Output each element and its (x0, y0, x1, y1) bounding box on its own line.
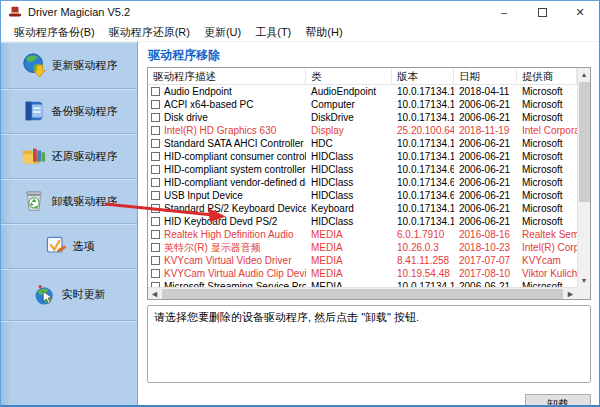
scroll-right-icon[interactable]: ► (564, 289, 577, 299)
scroll-down-icon[interactable]: ▼ (578, 274, 591, 287)
horizontal-scrollbar[interactable]: ◄ ► (148, 287, 577, 299)
driver-class: HIDClass (306, 150, 392, 163)
row-checkbox[interactable] (151, 113, 160, 122)
menu-driver-restore[interactable]: 驱动程序还原(R) (102, 23, 197, 42)
menu-update[interactable]: 更新(U) (197, 23, 248, 42)
page-title: 驱动程序移除 (148, 47, 591, 64)
table-row[interactable]: USB Input Device HIDClass 10.0.17134.6..… (148, 189, 577, 202)
driver-class: DiskDrive (306, 111, 392, 124)
sidebar-item-label: 实时更新 (62, 287, 106, 302)
driver-version: 10.26.0.3 (392, 241, 454, 254)
column-header-description[interactable]: 驱动程序描述 (148, 68, 306, 84)
hscroll-thumb[interactable] (162, 289, 563, 299)
driver-description: Realtek High Definition Audio (164, 228, 294, 241)
column-header-provider[interactable]: 提供商 (517, 68, 577, 84)
row-checkbox[interactable] (151, 126, 160, 135)
driver-provider: Microsoft (517, 163, 577, 176)
driver-date: 2018-04-11 (454, 85, 517, 98)
driver-date: 2006-06-21 (454, 176, 517, 189)
driver-description: HID-compliant system controller (164, 163, 306, 176)
table-row[interactable]: HID Keyboard Devd PS/2 HIDClass 10.0.171… (148, 215, 577, 228)
driver-list-header: 驱动程序描述 类 版本 日期 提供商 (148, 68, 590, 85)
driver-class: MEDIA (306, 280, 392, 287)
row-checkbox[interactable] (151, 230, 160, 239)
sidebar: 更新驱动程序 备份驱动程序 (1, 42, 138, 406)
sidebar-item-backup-drivers[interactable]: 备份驱动程序 (1, 89, 137, 134)
table-row[interactable]: Audio Endpoint AudioEndpoint 10.0.17134.… (148, 85, 577, 98)
row-checkbox[interactable] (151, 204, 160, 213)
driver-date: 2017-07-07 (454, 254, 517, 267)
close-button[interactable]: ✕ (561, 1, 599, 23)
driver-provider: Microsoft (517, 85, 577, 98)
menu-driver-backup[interactable]: 驱动程序备份(B) (7, 23, 102, 42)
row-checkbox[interactable] (151, 139, 160, 148)
sidebar-item-update-drivers[interactable]: 更新驱动程序 (1, 42, 137, 89)
row-checkbox[interactable] (151, 191, 160, 200)
table-row[interactable]: Microsoft Streaming Service Proxy MEDIA … (148, 280, 577, 287)
column-header-class[interactable]: 类 (306, 68, 392, 84)
table-row[interactable]: HID-compliant system controller HIDClass… (148, 163, 577, 176)
vertical-scrollbar[interactable]: ▲ ▼ (577, 68, 590, 287)
row-checkbox[interactable] (151, 256, 160, 265)
table-row[interactable]: KVYcam Virtual Video Driver MEDIA 8.41.1… (148, 254, 577, 267)
row-checkbox[interactable] (151, 87, 160, 96)
table-row[interactable]: Intel(R) HD Graphics 630 Display 25.20.1… (148, 124, 577, 137)
driver-date: 2006-06-21 (454, 215, 517, 228)
uninstall-button[interactable]: 卸载 (525, 394, 591, 407)
table-row[interactable]: Standard PS/2 Keyboard Device Keyboard 1… (148, 202, 577, 215)
sidebar-item-label: 还原驱动程序 (52, 149, 118, 164)
table-row[interactable]: Disk drive DiskDrive 10.0.17134.1 2006-0… (148, 111, 577, 124)
table-row[interactable]: HID-compliant vendor-defined device HIDC… (148, 176, 577, 189)
driver-description: 英特尔(R) 显示器音频 (164, 241, 261, 254)
driver-class: HDC (306, 137, 392, 150)
sidebar-item-restore-drivers[interactable]: 还原驱动程序 (1, 134, 137, 179)
table-row[interactable]: HID-compliant consumer control device HI… (148, 150, 577, 163)
driver-description: HID-compliant vendor-defined device (164, 176, 306, 189)
app-logo-magician-hat-icon (8, 5, 22, 19)
options-check-icon (44, 234, 68, 258)
driver-provider: Intel Corporation (517, 124, 577, 137)
table-row[interactable]: ACPI x64-based PC Computer 10.0.17134.1 … (148, 98, 577, 111)
table-row[interactable]: Standard SATA AHCI Controller HDC 10.0.1… (148, 137, 577, 150)
driver-date: 2018-10-23 (454, 241, 517, 254)
driver-class: MEDIA (306, 254, 392, 267)
row-checkbox[interactable] (151, 100, 160, 109)
row-checkbox[interactable] (151, 165, 160, 174)
row-checkbox[interactable] (151, 217, 160, 226)
sidebar-item-label: 卸载驱动程序 (52, 194, 118, 209)
driver-date: 2006-06-21 (454, 111, 517, 124)
vscroll-thumb[interactable] (579, 82, 590, 202)
driver-version: 10.0.17134.1 (392, 137, 454, 150)
sidebar-item-uninstall-drivers[interactable]: 卸载驱动程序 (1, 179, 137, 224)
sidebar-item-live-update[interactable]: 实时更新 (1, 269, 137, 321)
column-header-date[interactable]: 日期 (454, 68, 517, 84)
instruction-text: 请选择您要删除的设备驱动程序, 然后点击 "卸载" 按钮. (154, 311, 419, 323)
maximize-button[interactable] (523, 1, 561, 23)
driver-provider: Microsoft (517, 111, 577, 124)
row-checkbox[interactable] (151, 243, 160, 252)
table-row[interactable]: 英特尔(R) 显示器音频 MEDIA 10.26.0.3 2018-10-23 … (148, 241, 577, 254)
driver-provider: Microsoft (517, 98, 577, 111)
table-row[interactable]: KVYCam Virtual Audio Clip Device MEDIA 1… (148, 267, 577, 280)
driver-version: 8.41.11.258 (392, 254, 454, 267)
driver-version: 6.0.1.7910 (392, 228, 454, 241)
driver-description: KVYCam Virtual Audio Clip Device (164, 267, 306, 280)
driver-date: 2006-06-21 (454, 137, 517, 150)
menu-help[interactable]: 帮助(H) (298, 23, 349, 42)
row-checkbox[interactable] (151, 178, 160, 187)
driver-description: Standard PS/2 Keyboard Device (164, 202, 306, 215)
driver-provider: Microsoft (517, 189, 577, 202)
row-checkbox[interactable] (151, 269, 160, 278)
column-header-version[interactable]: 版本 (392, 68, 454, 84)
minimize-button[interactable]: – (485, 1, 523, 23)
row-checkbox[interactable] (151, 152, 160, 161)
scroll-up-icon[interactable]: ▲ (578, 68, 591, 81)
driver-description: USB Input Device (164, 189, 243, 202)
scroll-left-icon[interactable]: ◄ (148, 289, 161, 299)
table-row[interactable]: Realtek High Definition Audio MEDIA 6.0.… (148, 228, 577, 241)
sidebar-item-options[interactable]: 选项 (1, 224, 137, 269)
globe-download-icon (21, 52, 47, 78)
globe-cursor-icon (33, 283, 57, 307)
menu-tools[interactable]: 工具(T) (248, 23, 298, 42)
driver-provider: Intel(R) Corporation (517, 241, 577, 254)
